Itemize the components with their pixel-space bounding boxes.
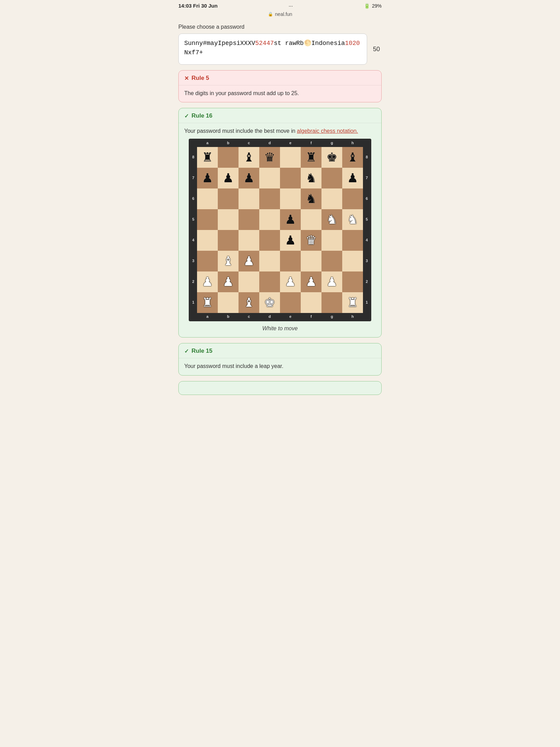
chess-cell bbox=[239, 271, 259, 292]
chess-cell bbox=[280, 147, 301, 168]
chess-board-wrapper: a b c d e f g h bbox=[184, 139, 376, 332]
password-input[interactable]: Sunny#mayIpepsiXXXV52447st rawRb🌕Indones… bbox=[178, 34, 367, 65]
chess-cell: ♟ bbox=[239, 251, 259, 271]
chess-piece: ♞ bbox=[326, 213, 337, 226]
chess-cell: ♟ bbox=[342, 168, 363, 188]
chess-piece: ♚ bbox=[326, 151, 337, 164]
rule-5-title: Rule 5 bbox=[192, 75, 209, 82]
chess-cell bbox=[301, 251, 321, 271]
chess-cell bbox=[197, 188, 218, 209]
chess-cell: ♜ bbox=[342, 292, 363, 313]
chess-board-outer: a b c d e f g h bbox=[189, 139, 371, 321]
prompt-label: Please choose a password bbox=[178, 24, 382, 30]
chess-cell bbox=[218, 209, 239, 230]
chess-cell bbox=[321, 168, 342, 188]
rule-card-16: ✓ Rule 16 Your password must include the… bbox=[178, 108, 382, 338]
rule-16-title: Rule 16 bbox=[192, 112, 212, 119]
chess-cell: ♟ bbox=[280, 230, 301, 251]
chess-cell bbox=[301, 292, 321, 313]
char-count: 50 bbox=[371, 46, 382, 53]
chess-cell bbox=[342, 230, 363, 251]
chess-cell: ♜ bbox=[197, 292, 218, 313]
chess-cell bbox=[259, 168, 280, 188]
rule-16-header: ✓ Rule 16 bbox=[179, 108, 381, 123]
rule-5-header: ✕ Rule 5 bbox=[179, 71, 381, 85]
password-container: Sunny#mayIpepsiXXXV52447st rawRb🌕Indones… bbox=[178, 34, 382, 65]
chess-cell: ♜ bbox=[301, 147, 321, 168]
chess-piece: ♟ bbox=[306, 276, 317, 288]
lock-icon: 🔒 bbox=[268, 12, 273, 17]
rule-card-extra bbox=[178, 381, 382, 395]
chess-cell bbox=[280, 168, 301, 188]
chess-cell: ♟ bbox=[197, 168, 218, 188]
rule-15-header: ✓ Rule 15 bbox=[179, 343, 381, 358]
rule-card-5: ✕ Rule 5 The digits in your password mus… bbox=[178, 70, 382, 102]
chess-cell bbox=[301, 209, 321, 230]
chess-cell: ♞ bbox=[342, 209, 363, 230]
col-labels-top: a b c d e f g h bbox=[197, 139, 363, 147]
password-text-normal: Sunny#mayIpepsiXXXV bbox=[184, 40, 255, 47]
rule-card-15: ✓ Rule 15 Your password must include a l… bbox=[178, 343, 382, 375]
chess-cell bbox=[218, 147, 239, 168]
chess-cell: ♟ bbox=[301, 271, 321, 292]
chess-piece: ♟ bbox=[223, 172, 234, 184]
chess-cell bbox=[259, 251, 280, 271]
pass-icon-16: ✓ bbox=[184, 113, 189, 119]
col-labels-bottom: a b c d e f g h bbox=[197, 313, 363, 321]
chess-cell bbox=[342, 251, 363, 271]
chess-piece: ♚ bbox=[264, 296, 275, 309]
chess-piece: ♟ bbox=[285, 234, 296, 247]
chess-cell: ♟ bbox=[321, 271, 342, 292]
chess-piece: ♟ bbox=[243, 172, 254, 184]
rule-5-body: The digits in your password must add up … bbox=[179, 85, 381, 102]
row-labels-right: 8 7 6 5 4 3 2 1 bbox=[363, 147, 371, 313]
browser-bar: 🔒 neal.fun bbox=[173, 10, 387, 20]
chess-cell: ♟ bbox=[280, 209, 301, 230]
password-digits-1: 52447 bbox=[255, 40, 274, 47]
chess-cell bbox=[321, 188, 342, 209]
chess-cell bbox=[259, 271, 280, 292]
chess-cell: ♝ bbox=[218, 251, 239, 271]
chess-caption: White to move bbox=[262, 325, 298, 332]
chess-cell: ♝ bbox=[342, 147, 363, 168]
chess-piece: ♛ bbox=[306, 234, 317, 247]
password-text-2: st rawRb🌕Indonesia bbox=[274, 40, 345, 47]
chess-piece: ♝ bbox=[223, 255, 234, 267]
chess-notation-link[interactable]: algebraic chess notation. bbox=[297, 128, 358, 134]
status-dots: ··· bbox=[289, 3, 293, 9]
status-bar: 14:03 Fri 30 Jun ··· 🔋 29% bbox=[173, 0, 387, 10]
chess-cell: ♟ bbox=[280, 271, 301, 292]
status-right: 🔋 29% bbox=[364, 3, 382, 9]
rule-16-text-prefix: Your password must include the best move… bbox=[184, 128, 297, 134]
chess-piece: ♟ bbox=[285, 213, 296, 226]
chess-cell bbox=[259, 209, 280, 230]
chess-piece: ♟ bbox=[285, 276, 296, 288]
chess-cell bbox=[197, 209, 218, 230]
row-labels-left: 8 7 6 5 4 3 2 1 bbox=[189, 147, 197, 313]
chess-cell bbox=[239, 230, 259, 251]
main-content: Please choose a password Sunny#mayIpepsi… bbox=[173, 20, 387, 407]
chess-container: a b c d e f g h bbox=[184, 139, 376, 332]
chess-piece: ♜ bbox=[306, 151, 317, 164]
chess-piece: ♝ bbox=[347, 151, 358, 164]
chess-piece: ♞ bbox=[347, 213, 358, 226]
chess-cell: ♟ bbox=[218, 168, 239, 188]
chess-cell: ♚ bbox=[321, 147, 342, 168]
battery-icon: 🔋 bbox=[364, 3, 370, 9]
fail-icon: ✕ bbox=[184, 75, 189, 82]
chess-cell bbox=[280, 251, 301, 271]
chess-piece: ♟ bbox=[326, 276, 337, 288]
chess-cell: ♚ bbox=[259, 292, 280, 313]
chess-cell bbox=[280, 292, 301, 313]
chess-cell: ♛ bbox=[301, 230, 321, 251]
chess-cell bbox=[197, 230, 218, 251]
chess-piece: ♟ bbox=[243, 255, 254, 267]
chess-cell: ♝ bbox=[239, 147, 259, 168]
url-label: neal.fun bbox=[275, 11, 292, 17]
chess-cell: ♟ bbox=[218, 271, 239, 292]
chess-cell bbox=[218, 292, 239, 313]
status-time: 14:03 Fri 30 Jun bbox=[178, 3, 217, 9]
chess-cell: ♞ bbox=[301, 168, 321, 188]
chess-cell: ♞ bbox=[321, 209, 342, 230]
chess-piece: ♝ bbox=[243, 296, 254, 309]
